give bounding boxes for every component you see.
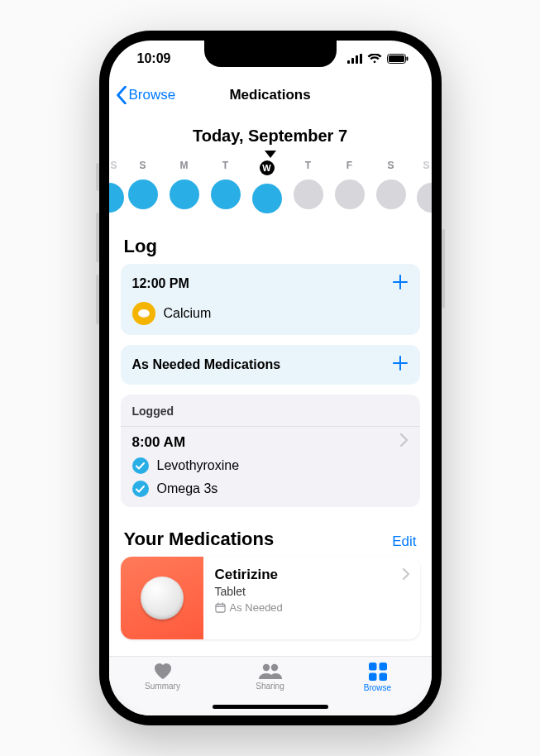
day-dot bbox=[252, 184, 282, 213]
svg-rect-7 bbox=[215, 604, 224, 612]
power-button bbox=[442, 229, 445, 309]
scheduled-item-name: Calcium bbox=[164, 306, 212, 321]
svg-rect-1 bbox=[351, 58, 354, 64]
day-dot bbox=[128, 179, 158, 209]
plus-icon bbox=[392, 274, 409, 290]
week-edge-right-dot[interactable] bbox=[417, 183, 432, 213]
week-scroller[interactable]: S S M T W bbox=[109, 160, 432, 224]
add-scheduled-button[interactable] bbox=[392, 274, 409, 294]
logged-item[interactable]: Levothyroxine bbox=[132, 457, 409, 474]
week-edge-left-label: S bbox=[111, 160, 117, 171]
svg-rect-0 bbox=[347, 60, 350, 64]
day-monday[interactable]: M bbox=[165, 160, 203, 209]
your-meds-title: Your Medications bbox=[124, 529, 275, 550]
logged-time: 8:00 AM bbox=[132, 434, 186, 451]
status-icons bbox=[347, 54, 409, 64]
volume-down-button bbox=[96, 275, 99, 324]
status-time: 10:09 bbox=[137, 51, 171, 66]
logged-card[interactable]: Logged 8:00 AM Levothyroxine bbox=[121, 395, 420, 507]
tab-summary[interactable]: Summary bbox=[126, 662, 200, 691]
tab-label: Sharing bbox=[256, 682, 284, 691]
back-button[interactable]: Browse bbox=[116, 77, 176, 113]
wifi-icon bbox=[367, 54, 382, 64]
day-saturday[interactable]: S bbox=[372, 160, 410, 209]
date-header: Today, September 7 bbox=[109, 127, 432, 146]
day-label: M bbox=[165, 160, 203, 171]
medication-frequency: As Needed bbox=[230, 601, 283, 614]
svg-rect-3 bbox=[360, 54, 362, 64]
medication-image bbox=[121, 557, 203, 639]
tab-label: Summary bbox=[145, 682, 180, 691]
tablet-icon bbox=[141, 577, 184, 620]
svg-rect-10 bbox=[369, 663, 377, 671]
svg-rect-5 bbox=[389, 55, 404, 62]
tab-label: Browse bbox=[364, 683, 391, 692]
day-thursday[interactable]: T bbox=[289, 160, 327, 209]
svg-point-8 bbox=[262, 664, 269, 671]
back-label: Browse bbox=[129, 87, 176, 103]
volume-up-button bbox=[96, 213, 99, 262]
tab-browse[interactable]: Browse bbox=[341, 662, 415, 692]
day-dot bbox=[211, 179, 241, 209]
svg-rect-13 bbox=[379, 673, 387, 682]
caret-down-icon bbox=[265, 151, 276, 158]
tab-sharing[interactable]: Sharing bbox=[233, 662, 308, 691]
svg-rect-11 bbox=[379, 663, 387, 671]
scheduled-item[interactable]: Calcium bbox=[132, 302, 409, 325]
cellular-icon bbox=[347, 54, 362, 64]
edit-button[interactable]: Edit bbox=[392, 534, 416, 550]
screen: 10:09 Browse Medications Today, Septembe… bbox=[109, 41, 432, 715]
notch bbox=[204, 41, 337, 67]
logged-item[interactable]: Omega 3s bbox=[132, 481, 409, 497]
divider bbox=[121, 426, 420, 427]
add-as-needed-button[interactable] bbox=[392, 355, 409, 375]
logged-item-name: Omega 3s bbox=[157, 481, 218, 496]
day-dot bbox=[170, 179, 199, 209]
logged-title: Logged bbox=[132, 404, 409, 418]
grid-icon bbox=[368, 662, 388, 682]
day-dot bbox=[335, 179, 365, 209]
logged-item-name: Levothyroxine bbox=[157, 458, 240, 473]
day-friday[interactable]: F bbox=[331, 160, 369, 209]
calendar-icon bbox=[215, 602, 226, 613]
scheduled-card[interactable]: 12:00 PM Calcium bbox=[121, 264, 420, 335]
log-title: Log bbox=[109, 224, 432, 264]
day-label: T bbox=[207, 160, 245, 171]
day-label: S bbox=[372, 160, 410, 171]
day-dot bbox=[376, 179, 406, 209]
day-dot bbox=[294, 179, 323, 209]
plus-icon bbox=[392, 355, 409, 371]
svg-rect-6 bbox=[406, 57, 408, 61]
as-needed-title: As Needed Medications bbox=[132, 357, 281, 372]
side-button bbox=[96, 163, 99, 191]
as-needed-card[interactable]: As Needed Medications bbox=[121, 345, 420, 385]
people-icon bbox=[258, 662, 283, 680]
pill-icon bbox=[132, 302, 155, 325]
your-meds-header: Your Medications Edit bbox=[109, 517, 432, 557]
medication-form: Tablet bbox=[215, 585, 412, 598]
home-indicator[interactable] bbox=[213, 705, 328, 709]
battery-icon bbox=[387, 54, 409, 64]
week-edge-left-dot[interactable] bbox=[109, 183, 124, 213]
day-label: T bbox=[289, 160, 327, 171]
svg-rect-2 bbox=[356, 55, 358, 64]
day-sunday[interactable]: S bbox=[124, 160, 162, 209]
check-icon bbox=[132, 457, 149, 474]
check-icon bbox=[132, 481, 149, 497]
scheduled-time: 12:00 PM bbox=[132, 276, 189, 291]
nav-title: Medications bbox=[229, 87, 310, 103]
phone-frame: 10:09 Browse Medications Today, Septembe… bbox=[99, 31, 442, 725]
chevron-left-icon bbox=[116, 86, 127, 104]
day-wednesday[interactable]: W bbox=[248, 160, 286, 213]
chevron-right-icon bbox=[403, 568, 410, 583]
svg-point-9 bbox=[270, 664, 277, 671]
medication-card[interactable]: Cetirizine Tablet As Needed bbox=[121, 557, 420, 639]
content[interactable]: Today, September 7 S S M T bbox=[109, 113, 432, 656]
day-tuesday[interactable]: T bbox=[207, 160, 245, 209]
medication-name: Cetirizine bbox=[215, 567, 412, 583]
day-label: F bbox=[331, 160, 369, 171]
heart-icon bbox=[152, 662, 174, 680]
week-edge-right-label: S bbox=[423, 160, 429, 171]
nav-bar: Browse Medications bbox=[109, 77, 432, 113]
day-label-current: W bbox=[260, 160, 275, 175]
